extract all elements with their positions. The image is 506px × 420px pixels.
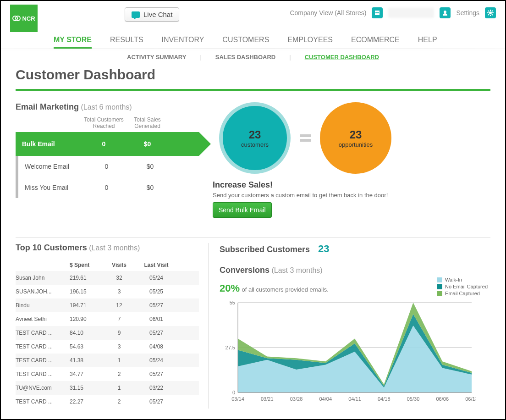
svg-rect-3 — [375, 12, 379, 13]
customer-last: 05/27 — [136, 398, 177, 405]
customer-visits: 2 — [103, 398, 136, 405]
svg-text:55: 55 — [230, 300, 235, 305]
table-row[interactable]: Bindu194.711205/27 — [16, 298, 199, 312]
customer-last: 05/24 — [136, 357, 177, 364]
subtab-customer-dashboard[interactable]: CUSTOMER DASHBOARD — [301, 54, 383, 61]
email-row-missyou[interactable]: Miss You Email 0 $0 — [18, 177, 199, 198]
tab-results[interactable]: RESULTS — [110, 36, 143, 49]
col-spent: $ Spent — [70, 262, 103, 268]
user-icon — [442, 10, 448, 16]
svg-text:27.5: 27.5 — [226, 345, 235, 350]
customer-spent: 22.27 — [70, 398, 103, 405]
settings-gear-button[interactable] — [485, 7, 496, 18]
opportunities-label: opportunities — [339, 141, 373, 148]
opportunities-count: 23 — [350, 128, 362, 141]
customer-spent: 84.10 — [70, 330, 103, 336]
svg-point-4 — [444, 11, 446, 13]
table-row[interactable]: TU@NVE.com31.15103/22 — [16, 381, 199, 395]
customer-last: 04/08 — [136, 343, 177, 350]
opportunities-circle: 23 opportunities — [320, 102, 391, 174]
customer-visits: 3 — [103, 343, 136, 350]
email-row-label: Bulk Email — [16, 140, 82, 148]
legend-walkin: Walk-In — [445, 277, 462, 282]
tab-employees[interactable]: EMPLOYEES — [287, 36, 333, 49]
email-marketing-period: (Last 6 months) — [81, 103, 132, 111]
table-row[interactable]: Avneet Sethi120.90706/01 — [16, 312, 199, 326]
customer-last: 06/01 — [136, 316, 177, 322]
tab-customers[interactable]: CUSTOMERS — [222, 36, 269, 49]
top-customers-period: (Last 3 months) — [89, 244, 140, 252]
table-row[interactable]: SUSAN.JOH...196.15305/25 — [16, 285, 199, 298]
subscribed-count: 23 — [318, 243, 329, 255]
table-row[interactable]: TEST CARD ...22.27205/27 — [16, 395, 199, 409]
svg-line-11 — [492, 14, 493, 15]
subtab-activity-summary[interactable]: ACTIVITY SUMMARY — [123, 54, 190, 61]
customers-count: 23 — [249, 128, 261, 141]
customer-visits: 2 — [103, 371, 136, 377]
store-icon-button[interactable] — [372, 7, 383, 18]
email-row-bulk[interactable]: Bulk Email 0 $0 — [16, 132, 199, 156]
svg-text:03/14: 03/14 — [231, 396, 244, 402]
conversions-period: (Last 3 months) — [271, 266, 322, 274]
email-row-label: Welcome Email — [18, 163, 85, 170]
email-row-reached: 0 — [85, 163, 128, 170]
customer-spent: 219.61 — [70, 275, 103, 281]
email-row-welcome[interactable]: Welcome Email 0 $0 — [18, 156, 199, 177]
customer-visits: 3 — [103, 288, 136, 295]
conversions-chart: 027.55503/1403/2103/2804/0404/1104/1805/… — [220, 298, 476, 403]
live-chat-label: Live Chat — [143, 11, 172, 18]
top-customers-title: Top 10 Customers — [16, 243, 87, 253]
customer-last: 05/25 — [136, 288, 177, 295]
customer-name: TEST CARD ... — [16, 330, 70, 336]
email-row-reached: 0 — [82, 140, 126, 148]
equals-icon — [300, 134, 311, 142]
increase-sales-desc: Send your customers a custom email to ge… — [213, 192, 490, 199]
conversions-title: Conversions — [220, 265, 270, 275]
customer-last: 05/24 — [136, 275, 177, 281]
tab-inventory[interactable]: INVENTORY — [162, 36, 204, 49]
customer-visits: 1 — [103, 357, 136, 364]
table-row[interactable]: TEST CARD ...84.10905/27 — [16, 326, 199, 340]
col-customers-reached: Total Customers Reached — [82, 116, 126, 129]
customers-circle: 23 customers — [219, 102, 291, 174]
svg-text:03/28: 03/28 — [290, 396, 303, 402]
live-chat-button[interactable]: Live Chat — [125, 7, 179, 22]
subtab-sales-dashboard[interactable]: SALES DASHBOARD — [212, 54, 279, 61]
customer-visits: 12 — [103, 302, 136, 309]
customer-visits: 9 — [103, 330, 136, 336]
svg-line-12 — [488, 14, 489, 15]
email-row-sales: $0 — [126, 140, 169, 148]
email-row-label: Miss You Email — [18, 184, 85, 191]
customer-spent: 41.38 — [70, 357, 103, 364]
settings-link[interactable]: Settings — [456, 9, 479, 17]
table-row[interactable]: TEST CARD ...41.38105/24 — [16, 354, 199, 367]
customer-spent: 120.90 — [70, 316, 103, 322]
gear-icon — [487, 10, 494, 16]
email-row-sales: $0 — [128, 184, 172, 191]
brand-logo[interactable]: NCR — [10, 5, 38, 32]
svg-point-5 — [489, 11, 492, 14]
user-icon-button[interactable] — [440, 7, 451, 18]
customer-last: 05/27 — [136, 371, 177, 377]
col-last-visit: Last Visit — [136, 262, 177, 268]
company-view-label[interactable]: Company View (All Stores) — [290, 9, 366, 17]
col-sales-generated: Total Sales Generated — [126, 116, 169, 129]
customer-spent: 194.71 — [70, 302, 103, 309]
store-icon — [374, 10, 380, 16]
tab-help[interactable]: HELP — [418, 36, 437, 49]
customer-visits: 7 — [103, 316, 136, 322]
table-row[interactable]: Susan John219.613205/24 — [16, 271, 199, 285]
email-row-sales: $0 — [128, 163, 172, 170]
tab-ecommerce[interactable]: ECOMMERCE — [351, 36, 400, 49]
table-row[interactable]: TEST CARD ...34.77205/27 — [16, 367, 199, 381]
send-bulk-email-button[interactable]: Send Bulk Email — [213, 202, 272, 218]
email-marketing-title: Email Marketing — [16, 102, 79, 112]
customers-label: customers — [241, 141, 269, 148]
svg-text:04/04: 04/04 — [319, 396, 332, 402]
user-name-redacted — [388, 8, 434, 18]
svg-text:04/18: 04/18 — [378, 396, 390, 402]
email-row-reached: 0 — [85, 184, 128, 191]
tab-my-store[interactable]: MY STORE — [54, 36, 92, 49]
table-row[interactable]: TEST CARD ...54.63304/08 — [16, 340, 199, 354]
chart-legend: Walk-In No Email Captured Email Captured — [437, 277, 488, 298]
